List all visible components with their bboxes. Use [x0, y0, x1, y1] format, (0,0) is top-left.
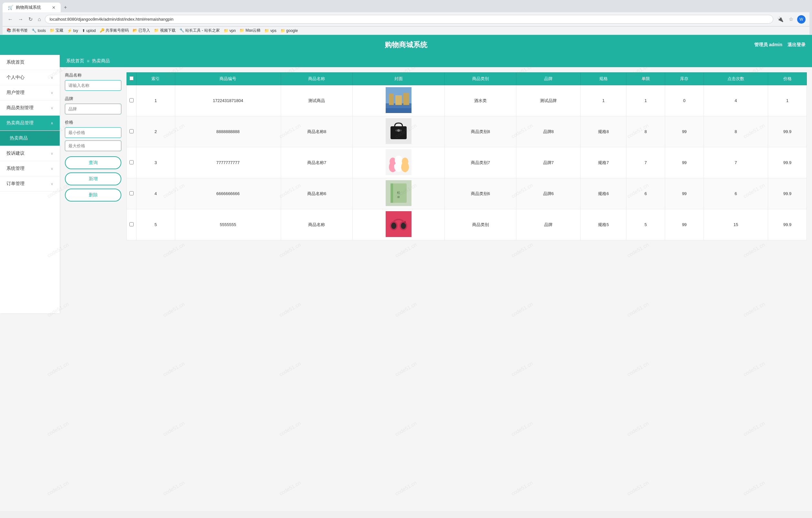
row-stock: 0: [665, 85, 704, 116]
row-category: 商品类别: [445, 209, 516, 240]
svg-point-16: [402, 158, 408, 165]
sidebar-item-home[interactable]: 系统首页: [0, 55, 60, 70]
sidebar-item-categories[interactable]: 商品类别管理 ∨: [0, 101, 60, 116]
row-checkbox-cell: [127, 178, 137, 209]
home-btn[interactable]: ⌂: [36, 15, 42, 24]
row-checkbox[interactable]: [129, 222, 134, 226]
row-image: 松 林: [352, 178, 444, 209]
sidebar-system-label: 系统管理: [6, 166, 25, 171]
row-checkbox[interactable]: [129, 98, 134, 102]
sidebar-item-users[interactable]: 用户管理 ∨: [0, 85, 60, 101]
extensions-btn[interactable]: 🔌: [776, 15, 785, 24]
filter-min-price-input[interactable]: [65, 127, 121, 138]
table-row[interactable]: 1 1722431871804 测试商品 酒水类 测试品牌 1 1 0 4 1: [127, 85, 807, 116]
logout-btn[interactable]: 退出登录: [787, 42, 806, 48]
row-limit: 1: [627, 85, 665, 116]
th-limit: 单限: [627, 73, 665, 85]
table-row[interactable]: 5 5555555 商品名称 商品类别 品牌 规格5 5 99 15 99.9: [127, 209, 807, 240]
bookmark-vps[interactable]: 📁 vps: [264, 28, 276, 33]
sidebar-item-complaints[interactable]: 投诉建议 ∨: [0, 146, 60, 161]
row-checkbox[interactable]: [129, 129, 134, 133]
select-all-checkbox[interactable]: [129, 76, 134, 80]
new-tab-btn[interactable]: +: [61, 3, 70, 12]
row-stock: 99: [665, 209, 704, 240]
browser-nav: ← → ↻ ⌂ localhost:8080/djangoo9m4k/admin…: [3, 12, 809, 26]
row-category: 商品类别7: [445, 147, 516, 178]
bookmark-tools[interactable]: 🔧 tools: [32, 28, 46, 33]
row-checkbox[interactable]: [129, 191, 134, 195]
sidebar-item-orders[interactable]: 订单管理 ∨: [0, 176, 60, 191]
row-spec: 规格6: [581, 178, 627, 209]
row-spec: 规格5: [581, 209, 627, 240]
admin-info: 管理员 admin 退出登录: [754, 42, 806, 48]
bookmark-maxvpn[interactable]: 📁 Max云梯: [239, 28, 260, 33]
row-name: 商品名称8: [281, 116, 353, 147]
filter-brand-section: 品牌: [65, 96, 121, 114]
breadcrumb: 系统首页 ≡ 热卖商品: [60, 55, 812, 67]
chevron-down-icon: ∨: [51, 167, 53, 171]
filter-product-name-section: 商品名称: [65, 72, 121, 91]
row-category: 商品类别6: [445, 178, 516, 209]
filter-brand-input[interactable]: [65, 104, 121, 114]
bookmark-import[interactable]: 📂 已导入: [133, 28, 150, 33]
svg-point-9: [397, 129, 400, 132]
bookmark-uplod[interactable]: ⬆ uplod: [82, 28, 96, 33]
table-row[interactable]: 2 8888888888 商品名称8 商品类别8 品牌8 规格8 8 99 8 …: [127, 116, 807, 147]
breadcrumb-current: 热卖商品: [92, 58, 110, 64]
bookmark-vpn[interactable]: 📁 vpn: [224, 28, 236, 33]
row-code: 1722431871804: [175, 85, 281, 116]
th-checkbox: [127, 73, 137, 85]
refresh-btn[interactable]: ↻: [27, 15, 34, 24]
bookmark-txy[interactable]: ⚡ txy: [67, 28, 78, 33]
forward-btn[interactable]: →: [17, 15, 25, 24]
browser-tabs: 🛒 购物商城系统 ✕ +: [3, 3, 809, 12]
sidebar-hot-products-label: 热卖商品: [10, 135, 28, 141]
active-tab[interactable]: 🛒 购物商城系统 ✕: [3, 3, 61, 12]
table-row[interactable]: 4 6666666666 商品名称6 松 林 商品类别6 品牌6 规格6 6 9…: [127, 178, 807, 209]
bookmark-share[interactable]: 🔑 共享账号密码: [100, 28, 129, 33]
svg-rect-3: [395, 95, 402, 105]
bookmark-baozang[interactable]: 📁 宝藏: [50, 28, 63, 33]
row-checkbox-cell: [127, 147, 137, 178]
bookmark-btn[interactable]: ☆: [787, 15, 794, 24]
back-btn[interactable]: ←: [6, 15, 14, 24]
sidebar-item-hot-products[interactable]: 热卖商品: [0, 131, 60, 146]
chevron-down-icon: ∨: [51, 76, 53, 80]
row-checkbox[interactable]: [129, 160, 134, 164]
breadcrumb-home[interactable]: 系统首页: [66, 58, 84, 64]
sidebar-item-profile[interactable]: 个人中心 ∨: [0, 70, 60, 85]
bookmark-all[interactable]: 📚 所有书签: [6, 28, 28, 33]
row-image: [352, 85, 444, 116]
address-bar[interactable]: localhost:8080/djangoo9m4k/admin/dist/in…: [45, 15, 773, 24]
profile-btn[interactable]: W: [797, 15, 806, 24]
bookmark-video[interactable]: 📁 视频下载: [154, 28, 175, 33]
th-brand: 品牌: [516, 73, 581, 85]
sidebar-orders-label: 订单管理: [6, 181, 25, 187]
bookmark-google[interactable]: 📁 google: [281, 28, 298, 33]
bookmarks-bar: 📚 所有书签 🔧 tools 📁 宝藏 ⚡ txy ⬆ uplod 🔑 共享账号…: [3, 26, 809, 35]
sidebar-complaints-label: 投诉建议: [6, 151, 25, 156]
search-button[interactable]: 查询: [65, 156, 121, 169]
sidebar-item-system[interactable]: 系统管理 ∨: [0, 161, 60, 176]
svg-text:松: 松: [397, 191, 400, 194]
bookmark-webmaster[interactable]: 🔧 站长工具 - 站长之家: [179, 28, 220, 33]
sidebar: 系统首页 个人中心 ∨ 用户管理 ∨ 商品类别管理 ∨ 热卖商品管理 ∧ 热卖商…: [0, 55, 60, 313]
delete-button[interactable]: 删除: [65, 189, 121, 201]
sidebar-item-hot-mgmt[interactable]: 热卖商品管理 ∧: [0, 116, 60, 131]
th-category: 商品类别: [445, 73, 516, 85]
chevron-down-icon: ∨: [51, 106, 53, 110]
sidebar-hot-mgmt-label: 热卖商品管理: [6, 120, 34, 126]
row-code: 5555555: [175, 209, 281, 240]
table-row[interactable]: 3 7777777777 商品名称7 商品类别7 品牌7 规格7 7 99 7 …: [127, 147, 807, 178]
svg-rect-7: [390, 126, 407, 139]
row-brand: 测试品牌: [516, 85, 581, 116]
add-button[interactable]: 新增: [65, 172, 121, 185]
filter-product-name-label: 商品名称: [65, 72, 121, 78]
filter-product-name-input[interactable]: [65, 80, 121, 91]
tab-close-btn[interactable]: ✕: [52, 5, 56, 10]
filter-max-price-input[interactable]: [65, 140, 121, 151]
row-spec: 规格8: [581, 116, 627, 147]
svg-text:林: 林: [397, 196, 400, 199]
row-code: 7777777777: [175, 147, 281, 178]
row-category: 商品类别8: [445, 116, 516, 147]
